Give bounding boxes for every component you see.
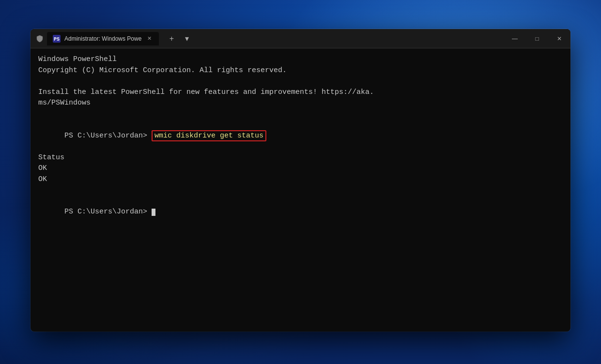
svg-text:PS: PS	[54, 37, 60, 42]
shield-icon	[35, 34, 44, 43]
add-tab-button[interactable]: +	[165, 32, 178, 46]
output-line-5: ms/PSWindows	[38, 98, 563, 109]
terminal-window: PS Administrator: Windows Powe ✕ + ▾ — □…	[31, 29, 570, 332]
output-ok-1: OK	[38, 163, 563, 174]
command-line: PS C:\Users\Jordan> wmic diskdrive get s…	[38, 120, 563, 152]
output-line-2: Copyright (C) Microsoft Corporation. All…	[38, 65, 563, 76]
prompt-2: PS C:\Users\Jordan>	[64, 208, 152, 216]
title-bar-left: PS Administrator: Windows Powe ✕ + ▾	[31, 32, 198, 46]
close-button[interactable]: ✕	[548, 29, 570, 48]
tab-dropdown-button[interactable]: ▾	[180, 32, 194, 46]
powershell-tab-icon: PS	[53, 35, 61, 43]
cursor-blink	[152, 209, 155, 216]
terminal-content[interactable]: Windows PowerShell Copyright (C) Microso…	[31, 48, 570, 332]
tab-title: Administrator: Windows Powe	[64, 35, 141, 42]
maximize-button[interactable]: □	[526, 29, 548, 48]
window-controls: — □ ✕	[504, 29, 570, 48]
title-bar: PS Administrator: Windows Powe ✕ + ▾ — □…	[31, 29, 570, 48]
current-prompt-line: PS C:\Users\Jordan>	[38, 196, 563, 229]
tab-controls: + ▾	[161, 32, 198, 46]
command-text: wmic diskdrive get status	[154, 132, 263, 140]
active-tab[interactable]: PS Administrator: Windows Powe ✕	[47, 32, 159, 46]
command-highlight: wmic diskdrive get status	[152, 130, 266, 141]
output-status-label: Status	[38, 152, 563, 164]
output-ok-2: OK	[38, 174, 563, 185]
output-line-3	[38, 76, 563, 87]
minimize-button[interactable]: —	[504, 29, 526, 48]
output-line-4: Install the latest PowerShell for new fe…	[38, 87, 563, 98]
output-line-1: Windows PowerShell	[38, 54, 563, 65]
tab-close-button[interactable]: ✕	[145, 35, 153, 43]
prompt-1: PS C:\Users\Jordan>	[64, 132, 152, 140]
output-empty	[38, 185, 563, 196]
output-line-6	[38, 109, 563, 120]
